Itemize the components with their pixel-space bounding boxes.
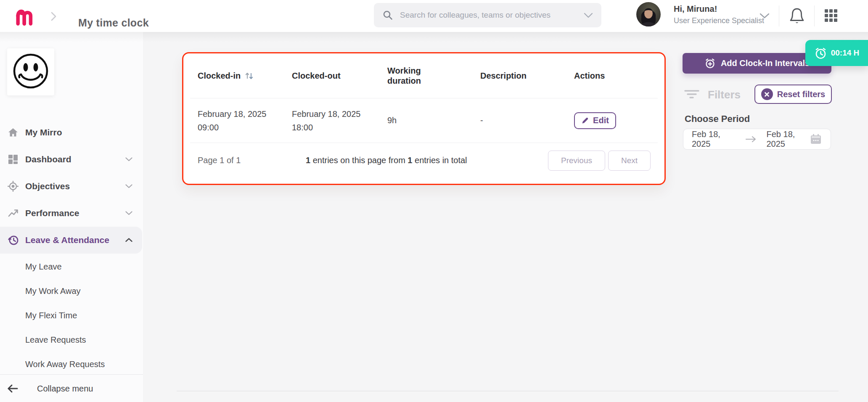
chevron-down-icon	[125, 184, 132, 188]
clocked-out-time: 18:00	[292, 121, 387, 134]
page-title: My time clock	[78, 17, 149, 29]
working-duration-value: 9h	[387, 116, 480, 125]
reset-filters-label: Reset filters	[777, 90, 826, 99]
user-avatar[interactable]	[636, 2, 661, 26]
edit-button[interactable]: Edit	[574, 112, 616, 129]
sidebar-item-label: Performance	[25, 208, 79, 218]
global-search-input[interactable]: Search for colleagues, teams or objectiv…	[374, 3, 601, 27]
column-header-clocked-out: Clocked-out	[292, 71, 387, 81]
chevron-down-icon	[125, 157, 132, 161]
sidebar-subitem-label: Work Away Requests	[25, 360, 105, 369]
sidebar-nav: My Mirro Dashboard	[0, 119, 143, 254]
home-icon	[8, 127, 19, 138]
close-circle-icon	[761, 88, 773, 100]
workspace-logo	[7, 48, 54, 95]
breadcrumb-chevron-icon	[50, 12, 57, 21]
sidebar-subnav: My Leave My Work Away My Flexi Time Leav…	[0, 254, 143, 376]
period-from-date: Feb 18, 2025	[692, 130, 735, 149]
sidebar-subitem-my-work-away[interactable]: My Work Away	[0, 279, 143, 303]
period-date-range-picker[interactable]: Feb 18, 2025 Feb 18, 2025	[683, 129, 831, 150]
history-clock-icon	[8, 234, 19, 246]
user-menu-chevron-icon[interactable]	[760, 13, 770, 19]
topbar-divider	[814, 5, 815, 26]
apps-grid-icon[interactable]	[824, 9, 838, 22]
sidebar-subitem-label: My Flexi Time	[25, 311, 77, 320]
collapse-menu-button[interactable]: Collapse menu	[0, 374, 143, 402]
dashboard-icon	[8, 154, 19, 165]
table-header-row: Clocked-in Clocked-out Working duration …	[183, 53, 664, 98]
clocked-out-date: February 18, 2025	[292, 107, 387, 121]
sidebar-item-label: Dashboard	[25, 154, 71, 164]
user-role: User Experience Specialist	[674, 16, 764, 25]
avatar-photo	[636, 2, 661, 26]
arrow-right-icon	[745, 136, 757, 143]
choose-period-label: Choose Period	[685, 114, 750, 124]
chevron-down-icon	[125, 211, 132, 215]
clock-in-timer-widget[interactable]: 00:14 H	[805, 40, 868, 66]
clocked-in-time: 09:00	[198, 121, 292, 134]
notifications-bell-icon[interactable]	[789, 7, 805, 25]
entries-on-page-count: 1	[306, 156, 310, 165]
sidebar-item-performance[interactable]: Performance	[0, 200, 143, 227]
search-placeholder: Search for colleagues, teams or objectiv…	[400, 11, 584, 20]
target-icon	[8, 181, 19, 192]
sidebar-item-dashboard[interactable]: Dashboard	[0, 146, 143, 173]
timer-value: 00:14 H	[831, 48, 860, 58]
sidebar-subitem-work-away-requests[interactable]: Work Away Requests	[0, 352, 143, 376]
column-header-working-duration: Working duration	[387, 66, 437, 86]
mirro-logo-icon[interactable]	[13, 5, 34, 26]
chevron-up-icon	[125, 238, 132, 242]
entries-text: entries on this page from	[310, 156, 408, 165]
pagination-entries-text: 1 entries on this page from 1 entries in…	[306, 156, 467, 165]
add-clock-in-interval-label: Add Clock-In Intervals	[721, 58, 810, 68]
sidebar-item-label: Objectives	[25, 181, 70, 191]
collapse-menu-label: Collapse menu	[37, 384, 93, 394]
topbar-divider	[779, 5, 779, 26]
content-bottom-divider	[177, 391, 839, 391]
alarm-clock-plus-icon	[704, 58, 716, 69]
sidebar-item-my-mirro[interactable]: My Mirro	[0, 119, 143, 146]
time-clock-table-card: Clocked-in Clocked-out Working duration …	[182, 52, 666, 185]
entries-text: entries in total	[412, 156, 467, 165]
column-label: Clocked-in	[198, 71, 241, 81]
pencil-icon	[581, 116, 589, 124]
reset-filters-button[interactable]: Reset filters	[754, 85, 832, 104]
filters-label: Filters	[708, 88, 741, 101]
description-value: -	[480, 116, 574, 125]
sidebar-subitem-label: Leave Requests	[25, 335, 86, 345]
sidebar: My Mirro Dashboard	[0, 32, 143, 402]
column-header-actions: Actions	[574, 71, 664, 81]
filters-group: Filters	[684, 86, 741, 103]
sidebar-subitem-leave-requests[interactable]: Leave Requests	[0, 328, 143, 352]
search-icon	[382, 10, 393, 21]
table-row: February 18, 2025 09:00 February 18, 202…	[183, 98, 664, 143]
sidebar-item-objectives[interactable]: Objectives	[0, 173, 143, 200]
smiley-logo-icon	[7, 48, 54, 95]
trend-chart-icon	[8, 208, 19, 219]
app-root: My time clock Search for colleagues, tea…	[0, 0, 868, 402]
previous-page-button[interactable]: Previous	[548, 151, 605, 171]
column-header-description: Description	[480, 71, 574, 81]
next-page-button[interactable]: Next	[608, 151, 651, 171]
table-divider	[190, 143, 658, 143]
calendar-icon	[810, 133, 822, 145]
top-bar: My time clock Search for colleagues, tea…	[0, 0, 868, 32]
sidebar-subitem-my-leave[interactable]: My Leave	[0, 254, 143, 279]
sidebar-item-leave-attendance[interactable]: Leave & Attendance	[0, 227, 142, 254]
sidebar-item-label: My Mirro	[25, 127, 62, 138]
arrow-left-icon	[6, 383, 19, 394]
edit-button-label: Edit	[593, 116, 609, 125]
sidebar-subitem-label: My Work Away	[25, 286, 81, 296]
sidebar-item-label: Leave & Attendance	[25, 235, 109, 245]
sidebar-subitem-label: My Leave	[25, 262, 62, 272]
sidebar-subitem-my-flexi-time[interactable]: My Flexi Time	[0, 303, 143, 328]
sort-icon[interactable]	[245, 71, 254, 80]
alarm-clock-icon	[814, 47, 827, 60]
entries-total-count: 1	[408, 156, 412, 165]
filter-icon	[684, 89, 699, 100]
clocked-in-date: February 18, 2025	[198, 107, 292, 121]
user-greeting: Hi, Miruna!	[674, 4, 717, 14]
pagination-page-label: Page 1 of 1	[198, 156, 241, 165]
search-chevron-down-icon[interactable]	[584, 13, 593, 18]
column-header-clocked-in[interactable]: Clocked-in	[198, 71, 292, 81]
